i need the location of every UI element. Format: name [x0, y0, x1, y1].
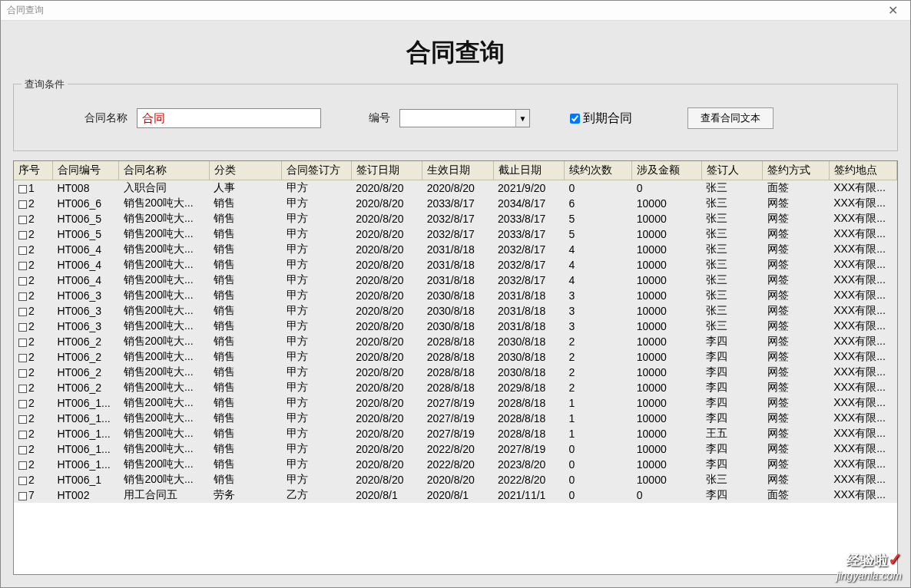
- table-row[interactable]: 2HT006_1...销售200吨大...销售甲方2020/8/202027/8…: [14, 411, 897, 426]
- col-header[interactable]: 生效日期: [422, 161, 493, 180]
- row-checkbox[interactable]: [18, 446, 27, 454]
- row-checkbox[interactable]: [18, 431, 27, 439]
- table-row[interactable]: 2HT006_5销售200吨大...销售甲方2020/8/202032/8/17…: [14, 211, 897, 226]
- cell: 1: [565, 426, 632, 441]
- cell: 1: [565, 395, 632, 411]
- table-row[interactable]: 2HT006_5销售200吨大...销售甲方2020/8/202032/8/17…: [14, 226, 897, 242]
- col-header[interactable]: 签订人: [701, 161, 763, 180]
- contract-table: 序号合同编号合同名称分类合同签订方签订日期生效日期截止日期续约次数涉及金额签订人…: [14, 161, 897, 503]
- col-header[interactable]: 涉及金额: [632, 161, 701, 180]
- cell: XXX有限...: [829, 380, 896, 395]
- row-checkbox[interactable]: [18, 200, 27, 209]
- table-row[interactable]: 2HT006_6销售200吨大...销售甲方2020/8/202033/8/17…: [14, 196, 897, 211]
- row-checkbox[interactable]: [18, 369, 27, 378]
- cell: 李四: [701, 487, 763, 503]
- col-header[interactable]: 合同名称: [119, 161, 210, 180]
- row-checkbox[interactable]: [18, 385, 27, 393]
- view-contract-button[interactable]: 查看合同文本: [687, 107, 774, 129]
- expired-checkbox-wrap[interactable]: 到期合同: [570, 111, 632, 127]
- row-checkbox[interactable]: [18, 415, 27, 424]
- cell: 1: [565, 411, 632, 426]
- row-checkbox[interactable]: [18, 277, 27, 286]
- table-row[interactable]: 2HT006_2销售200吨大...销售甲方2020/8/202028/8/18…: [14, 334, 897, 349]
- cell: 入职合同: [119, 180, 210, 197]
- table-row[interactable]: 2HT006_1销售200吨大...销售甲方2020/8/202020/8/20…: [14, 472, 897, 487]
- cell: 2: [14, 273, 52, 288]
- cell: 甲方: [282, 380, 351, 395]
- cell: 2: [14, 226, 52, 242]
- table-row[interactable]: 2HT006_2销售200吨大...销售甲方2020/8/202028/8/18…: [14, 349, 897, 365]
- cell: XXX有限...: [829, 288, 896, 303]
- cell: 4: [565, 242, 632, 257]
- col-header[interactable]: 分类: [209, 161, 282, 180]
- cell: 10000: [632, 319, 701, 334]
- cell: 2: [565, 349, 632, 365]
- col-header[interactable]: 签订日期: [351, 161, 422, 180]
- cell: 网签: [763, 457, 829, 472]
- row-checkbox[interactable]: [18, 354, 27, 362]
- col-header[interactable]: 续约次数: [565, 161, 632, 180]
- row-checkbox[interactable]: [18, 323, 27, 332]
- contract-name-input[interactable]: [137, 108, 321, 128]
- cell: 2: [14, 426, 52, 441]
- table-row[interactable]: 2HT006_4销售200吨大...销售甲方2020/8/202031/8/18…: [14, 257, 897, 273]
- cell: XXX有限...: [829, 472, 896, 487]
- row-checkbox[interactable]: [18, 262, 27, 270]
- cell: 2020/8/20: [422, 180, 493, 197]
- cell: 2032/8/17: [422, 211, 493, 226]
- col-header[interactable]: 签约地点: [829, 161, 896, 180]
- row-checkbox[interactable]: [18, 246, 27, 255]
- cell: 2022/8/20: [493, 472, 564, 487]
- table-scroll[interactable]: 序号合同编号合同名称分类合同签订方签订日期生效日期截止日期续约次数涉及金额签订人…: [14, 161, 897, 574]
- cell: 2: [14, 319, 52, 334]
- cell: 销售: [209, 226, 282, 242]
- cell: 2: [14, 472, 52, 487]
- table-row[interactable]: 2HT006_3销售200吨大...销售甲方2020/8/202030/8/18…: [14, 288, 897, 303]
- table-row[interactable]: 2HT006_1...销售200吨大...销售甲方2020/8/202027/8…: [14, 426, 897, 441]
- row-checkbox[interactable]: [18, 477, 27, 485]
- cell: XXX有限...: [829, 334, 896, 349]
- row-checkbox[interactable]: [18, 292, 27, 301]
- close-icon[interactable]: ✕: [882, 3, 904, 18]
- cell: 网签: [763, 441, 829, 457]
- table-row[interactable]: 2HT006_1...销售200吨大...销售甲方2020/8/202027/8…: [14, 395, 897, 411]
- table-row[interactable]: 7HT002用工合同五劳务乙方2020/8/12020/8/12021/11/1…: [14, 487, 897, 503]
- row-checkbox[interactable]: [18, 185, 27, 193]
- row-checkbox[interactable]: [18, 461, 27, 470]
- row-checkbox[interactable]: [18, 216, 27, 224]
- table-row[interactable]: 2HT006_4销售200吨大...销售甲方2020/8/202031/8/18…: [14, 242, 897, 257]
- table-row[interactable]: 2HT006_2销售200吨大...销售甲方2020/8/202028/8/18…: [14, 380, 897, 395]
- cell: 5: [565, 211, 632, 226]
- col-header[interactable]: 序号: [14, 161, 52, 180]
- cell: 2020/8/20: [351, 288, 422, 303]
- row-checkbox[interactable]: [18, 492, 27, 500]
- table-row[interactable]: 2HT006_1...销售200吨大...销售甲方2020/8/202022/8…: [14, 457, 897, 472]
- row-checkbox[interactable]: [18, 400, 27, 408]
- cell: HT006_1...: [52, 395, 118, 411]
- table-row[interactable]: 2HT006_3销售200吨大...销售甲方2020/8/202030/8/18…: [14, 319, 897, 334]
- col-header[interactable]: 签约方式: [763, 161, 829, 180]
- table-row[interactable]: 2HT006_4销售200吨大...销售甲方2020/8/202031/8/18…: [14, 273, 897, 288]
- contract-code-combo[interactable]: ▼: [399, 109, 530, 127]
- row-checkbox[interactable]: [18, 308, 27, 316]
- table-row[interactable]: 2HT006_2销售200吨大...销售甲方2020/8/202028/8/18…: [14, 365, 897, 380]
- table-row[interactable]: 1HT008入职合同人事甲方2020/8/202020/8/202021/9/2…: [14, 180, 897, 197]
- chevron-down-icon[interactable]: ▼: [515, 110, 529, 127]
- cell: 0: [565, 441, 632, 457]
- row-checkbox[interactable]: [18, 339, 27, 347]
- name-label: 合同名称: [84, 111, 128, 125]
- cell: 甲方: [282, 273, 351, 288]
- cell: 2028/8/18: [422, 334, 493, 349]
- row-checkbox[interactable]: [18, 231, 27, 239]
- table-row[interactable]: 2HT006_1...销售200吨大...销售甲方2020/8/202022/8…: [14, 441, 897, 457]
- table-row[interactable]: 2HT006_3销售200吨大...销售甲方2020/8/202030/8/18…: [14, 303, 897, 319]
- col-header[interactable]: 截止日期: [493, 161, 564, 180]
- cell: 2: [14, 365, 52, 380]
- cell: 网签: [763, 395, 829, 411]
- cell: 2020/8/20: [351, 273, 422, 288]
- expired-checkbox[interactable]: [570, 114, 580, 124]
- col-header[interactable]: 合同签订方: [282, 161, 351, 180]
- cell: 劳务: [209, 487, 282, 503]
- col-header[interactable]: 合同编号: [52, 161, 118, 180]
- cell: 0: [565, 472, 632, 487]
